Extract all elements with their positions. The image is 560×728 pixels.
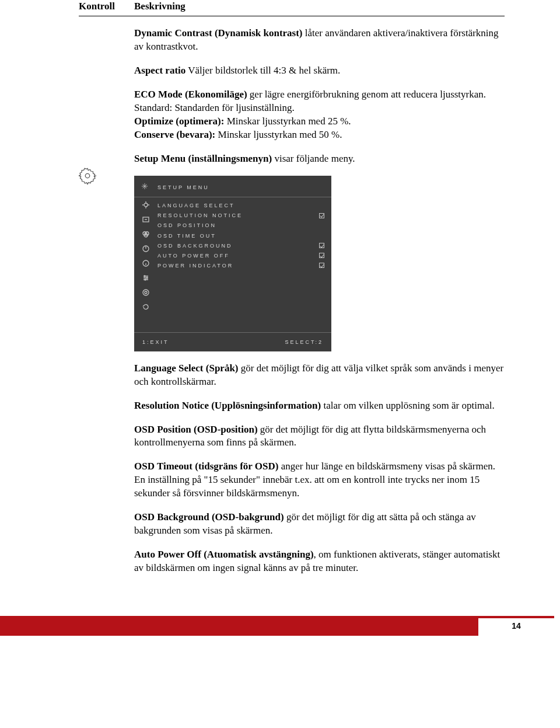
page-footer: 14 xyxy=(0,616,560,636)
kontroll-column xyxy=(79,27,134,586)
table-header-row: Kontroll Beskrivning xyxy=(79,0,505,16)
adjust-icon xyxy=(142,274,150,282)
header-kontroll: Kontroll xyxy=(79,0,134,13)
bold-label: Aspect ratio xyxy=(134,65,186,76)
para-language-select: Language Select (Språk) gör det möjligt … xyxy=(134,362,505,389)
page: Kontroll Beskrivning Dynamic Contrast (D… xyxy=(0,0,560,586)
setup-icon xyxy=(142,288,150,297)
osd-item-position: OSD POSITION xyxy=(158,221,324,231)
osd-title-row: SETUP MENU xyxy=(134,180,331,195)
page-number: 14 xyxy=(478,616,554,636)
osd-exit-hint: 1:EXIT xyxy=(142,339,169,346)
para-dynamic-contrast: Dynamic Contrast (Dynamisk kontrast) låt… xyxy=(134,27,505,54)
para-osd-position: OSD Position (OSD-position) gör det möjl… xyxy=(134,423,505,450)
osd-select-hint: SELECT:2 xyxy=(285,339,323,346)
header-beskrivning: Beskrivning xyxy=(134,0,505,13)
osd-item-timeout: OSD TIME OUT xyxy=(158,231,324,241)
footer-red-bar xyxy=(0,616,478,636)
para-text: Minskar ljusstyrkan med 25 %. xyxy=(224,116,351,127)
power-icon xyxy=(142,245,150,253)
osd-item-powerindicator: POWER INDICATOR xyxy=(158,260,324,270)
para-osd-background: OSD Background (OSD-bakgrund) gör det mö… xyxy=(134,511,505,538)
para-resolution-notice: Resolution Notice (Upplösningsinformatio… xyxy=(134,399,505,413)
para-text: visar följande meny. xyxy=(272,153,355,164)
para-text: talar om vilken upplösning som är optima… xyxy=(321,400,494,411)
osd-footer: 1:EXIT SELECT:2 xyxy=(134,332,331,351)
brightness-icon xyxy=(142,201,150,209)
osd-item-label: AUTO POWER OFF xyxy=(158,252,230,259)
reset-icon xyxy=(142,303,150,311)
osd-sidebar xyxy=(134,201,158,332)
bold-label: OSD Position (OSD-position) xyxy=(134,424,258,435)
content-row: Dynamic Contrast (Dynamisk kontrast) låt… xyxy=(79,27,505,586)
para-osd-timeout: OSD Timeout (tidsgräns för OSD) anger hu… xyxy=(134,460,505,500)
bold-label: Conserve (bevara): xyxy=(134,129,215,140)
osd-item-label: OSD TIME OUT xyxy=(158,232,216,239)
osd-item-resolution: RESOLUTION NOTICE xyxy=(158,211,324,221)
checkbox-checked-icon xyxy=(319,213,324,218)
osd-item-label: POWER INDICATOR xyxy=(158,262,233,269)
bold-label: Language Select (Språk) xyxy=(134,363,239,374)
osd-title: SETUP MENU xyxy=(158,184,209,191)
bold-label: ECO Mode (Ekonomiläge) xyxy=(134,89,247,100)
osd-body: LANGUAGE SELECT RESOLUTION NOTICE OSD PO… xyxy=(134,201,331,332)
para-auto-power-off: Auto Power Off (Atuomatisk avstängning),… xyxy=(134,548,505,575)
para-text: ger lägre energiförbrukning genom att re… xyxy=(247,89,486,100)
osd-item-language: LANGUAGE SELECT xyxy=(158,201,324,211)
svg-point-12 xyxy=(143,290,149,295)
osd-divider xyxy=(134,197,331,197)
svg-point-1 xyxy=(144,203,148,207)
osd-item-background: OSD BACKGROUND xyxy=(158,241,324,250)
para-text: Minskar ljusstyrkan med 50 %. xyxy=(215,129,342,140)
gear-icon xyxy=(79,167,134,189)
bold-label: OSD Background (OSD-bakgrund) xyxy=(134,511,284,523)
osd-item-label: OSD BACKGROUND xyxy=(158,242,233,249)
para-text: Väljer bildstorlek till 4:3 & hel skärm. xyxy=(186,65,340,76)
bold-label: Optimize (optimera): xyxy=(134,116,224,127)
svg-point-0 xyxy=(85,173,90,178)
bold-label: Dynamic Contrast (Dynamisk kontrast) xyxy=(134,27,303,39)
footer-right-pad xyxy=(554,616,560,636)
osd-title-icon xyxy=(141,183,158,191)
osd-menu-list: LANGUAGE SELECT RESOLUTION NOTICE OSD PO… xyxy=(158,201,331,332)
osd-screenshot: SETUP MENU LANGUAGE SELE xyxy=(134,176,331,351)
osd-item-label: OSD POSITION xyxy=(158,222,216,229)
osd-item-label: RESOLUTION NOTICE xyxy=(158,212,243,219)
beskrivning-column: Dynamic Contrast (Dynamisk kontrast) låt… xyxy=(134,27,505,586)
info-icon xyxy=(142,259,150,267)
color-icon xyxy=(142,230,150,238)
checkbox-checked-icon xyxy=(319,263,324,268)
bold-label: Setup Menu (inställningsmenyn) xyxy=(134,153,272,164)
svg-point-11 xyxy=(145,291,147,294)
para-eco-mode: ECO Mode (Ekonomiläge) ger lägre energif… xyxy=(134,88,505,142)
checkbox-checked-icon xyxy=(319,253,324,258)
para-aspect-ratio: Aspect ratio Väljer bildstorlek till 4:3… xyxy=(134,64,505,78)
bold-label: Auto Power Off (Atuomatisk avstängning) xyxy=(134,549,314,560)
osd-item-autopoweroff: AUTO POWER OFF xyxy=(158,250,324,260)
bold-label: OSD Timeout (tidsgräns för OSD) xyxy=(134,461,278,472)
para-standard: Standard: Standarden för ljusinställning… xyxy=(134,102,505,115)
bold-label: Resolution Notice (Upplösningsinformatio… xyxy=(134,400,321,411)
checkbox-checked-icon xyxy=(319,243,324,248)
input-icon xyxy=(142,215,150,224)
osd-item-label: LANGUAGE SELECT xyxy=(158,202,235,209)
para-setup-menu: Setup Menu (inställningsmenyn) visar föl… xyxy=(134,152,505,166)
